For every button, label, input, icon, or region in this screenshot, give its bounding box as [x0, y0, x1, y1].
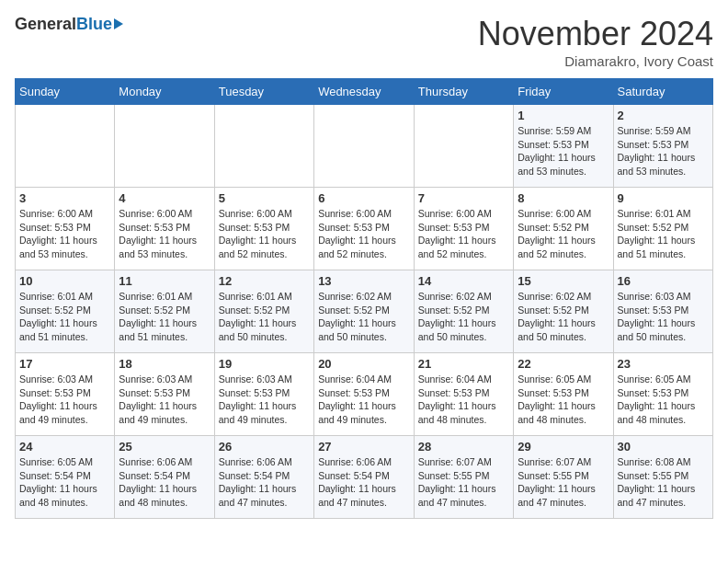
day-info: Sunrise: 6:06 AM Sunset: 5:54 PM Dayligh…: [219, 455, 310, 510]
day-number: 15: [518, 274, 609, 288]
day-info: Sunrise: 6:00 AM Sunset: 5:53 PM Dayligh…: [219, 207, 310, 261]
day-info: Sunrise: 6:03 AM Sunset: 5:53 PM Dayligh…: [119, 373, 210, 427]
day-info: Sunrise: 6:04 AM Sunset: 5:53 PM Dayligh…: [418, 373, 509, 427]
logo: General Blue: [15, 15, 123, 34]
calendar-cell: 4Sunrise: 6:00 AM Sunset: 5:53 PM Daylig…: [115, 188, 214, 270]
calendar-cell: 30Sunrise: 6:08 AM Sunset: 5:55 PM Dayli…: [613, 436, 712, 519]
day-info: Sunrise: 6:02 AM Sunset: 5:52 PM Dayligh…: [418, 290, 509, 344]
calendar-cell: [214, 105, 313, 188]
day-info: Sunrise: 6:01 AM Sunset: 5:52 PM Dayligh…: [19, 290, 110, 344]
calendar-cell: 18Sunrise: 6:03 AM Sunset: 5:53 PM Dayli…: [115, 353, 214, 436]
day-info: Sunrise: 6:00 AM Sunset: 5:53 PM Dayligh…: [19, 207, 110, 261]
day-info: Sunrise: 6:06 AM Sunset: 5:54 PM Dayligh…: [119, 455, 210, 510]
logo-triangle-icon: [114, 18, 123, 29]
day-info: Sunrise: 6:00 AM Sunset: 5:53 PM Dayligh…: [119, 207, 210, 261]
day-number: 20: [318, 357, 410, 371]
calendar-cell: [16, 105, 115, 188]
day-info: Sunrise: 6:08 AM Sunset: 5:55 PM Dayligh…: [618, 455, 709, 510]
calendar-week-5: 24Sunrise: 6:05 AM Sunset: 5:54 PM Dayli…: [16, 436, 713, 519]
day-number: 6: [318, 191, 410, 205]
day-number: 3: [19, 191, 110, 205]
calendar-cell: 9Sunrise: 6:01 AM Sunset: 5:52 PM Daylig…: [613, 188, 712, 270]
calendar-cell: 25Sunrise: 6:06 AM Sunset: 5:54 PM Dayli…: [115, 436, 214, 519]
calendar-cell: 6Sunrise: 6:00 AM Sunset: 5:53 PM Daylig…: [314, 188, 415, 270]
day-info: Sunrise: 5:59 AM Sunset: 5:53 PM Dayligh…: [618, 124, 709, 178]
month-title: November 2024: [478, 15, 713, 53]
day-number: 4: [119, 191, 210, 205]
logo-blue: Blue: [76, 15, 112, 34]
calendar-cell: 17Sunrise: 6:03 AM Sunset: 5:53 PM Dayli…: [16, 353, 115, 436]
day-info: Sunrise: 6:00 AM Sunset: 5:52 PM Dayligh…: [518, 207, 609, 261]
calendar-cell: 1Sunrise: 5:59 AM Sunset: 5:53 PM Daylig…: [514, 105, 613, 188]
day-number: 17: [19, 357, 110, 371]
day-number: 12: [219, 274, 310, 288]
day-info: Sunrise: 6:05 AM Sunset: 5:54 PM Dayligh…: [19, 455, 110, 510]
day-info: Sunrise: 6:00 AM Sunset: 5:53 PM Dayligh…: [418, 207, 509, 261]
calendar-cell: 23Sunrise: 6:05 AM Sunset: 5:53 PM Dayli…: [613, 353, 712, 436]
calendar-cell: [414, 105, 513, 188]
day-info: Sunrise: 6:05 AM Sunset: 5:53 PM Dayligh…: [518, 373, 609, 427]
weekday-header-thursday: Thursday: [414, 79, 513, 105]
day-info: Sunrise: 6:02 AM Sunset: 5:52 PM Dayligh…: [518, 290, 609, 344]
day-info: Sunrise: 6:07 AM Sunset: 5:55 PM Dayligh…: [418, 455, 509, 510]
calendar-cell: 15Sunrise: 6:02 AM Sunset: 5:52 PM Dayli…: [514, 270, 613, 353]
weekday-header-saturday: Saturday: [613, 79, 712, 105]
calendar-cell: 28Sunrise: 6:07 AM Sunset: 5:55 PM Dayli…: [414, 436, 513, 519]
day-number: 14: [418, 274, 509, 288]
calendar-cell: 13Sunrise: 6:02 AM Sunset: 5:52 PM Dayli…: [314, 270, 415, 353]
page-header: General Blue November 2024 Diamarakro, I…: [15, 15, 713, 69]
day-number: 16: [618, 274, 709, 288]
day-info: Sunrise: 5:59 AM Sunset: 5:53 PM Dayligh…: [518, 124, 609, 178]
calendar-cell: 29Sunrise: 6:07 AM Sunset: 5:55 PM Dayli…: [514, 436, 613, 519]
calendar-cell: 21Sunrise: 6:04 AM Sunset: 5:53 PM Dayli…: [414, 353, 513, 436]
day-info: Sunrise: 6:01 AM Sunset: 5:52 PM Dayligh…: [219, 290, 310, 344]
day-number: 29: [518, 440, 609, 454]
calendar-cell: 24Sunrise: 6:05 AM Sunset: 5:54 PM Dayli…: [16, 436, 115, 519]
day-info: Sunrise: 6:01 AM Sunset: 5:52 PM Dayligh…: [119, 290, 210, 344]
day-info: Sunrise: 6:06 AM Sunset: 5:54 PM Dayligh…: [318, 455, 410, 510]
calendar-cell: 26Sunrise: 6:06 AM Sunset: 5:54 PM Dayli…: [214, 436, 313, 519]
day-number: 18: [119, 357, 210, 371]
day-info: Sunrise: 6:01 AM Sunset: 5:52 PM Dayligh…: [618, 207, 709, 261]
calendar-cell: 5Sunrise: 6:00 AM Sunset: 5:53 PM Daylig…: [214, 188, 313, 270]
calendar-cell: [314, 105, 415, 188]
day-info: Sunrise: 6:00 AM Sunset: 5:53 PM Dayligh…: [318, 207, 410, 261]
day-number: 9: [618, 191, 709, 205]
day-number: 5: [219, 191, 310, 205]
day-number: 21: [418, 357, 509, 371]
day-number: 28: [418, 440, 509, 454]
calendar-week-2: 3Sunrise: 6:00 AM Sunset: 5:53 PM Daylig…: [16, 188, 713, 270]
weekday-header-tuesday: Tuesday: [214, 79, 313, 105]
day-info: Sunrise: 6:05 AM Sunset: 5:53 PM Dayligh…: [618, 373, 709, 427]
calendar-cell: 11Sunrise: 6:01 AM Sunset: 5:52 PM Dayli…: [115, 270, 214, 353]
calendar-cell: 16Sunrise: 6:03 AM Sunset: 5:53 PM Dayli…: [613, 270, 712, 353]
day-number: 27: [318, 440, 410, 454]
day-number: 1: [518, 109, 609, 122]
weekday-header-monday: Monday: [115, 79, 214, 105]
calendar-cell: 10Sunrise: 6:01 AM Sunset: 5:52 PM Dayli…: [16, 270, 115, 353]
calendar-cell: 8Sunrise: 6:00 AM Sunset: 5:52 PM Daylig…: [514, 188, 613, 270]
calendar-cell: 19Sunrise: 6:03 AM Sunset: 5:53 PM Dayli…: [214, 353, 313, 436]
day-number: 25: [119, 440, 210, 454]
day-info: Sunrise: 6:03 AM Sunset: 5:53 PM Dayligh…: [618, 290, 709, 344]
day-number: 8: [518, 191, 609, 205]
day-info: Sunrise: 6:07 AM Sunset: 5:55 PM Dayligh…: [518, 455, 609, 510]
day-number: 10: [19, 274, 110, 288]
calendar-cell: 3Sunrise: 6:00 AM Sunset: 5:53 PM Daylig…: [16, 188, 115, 270]
day-info: Sunrise: 6:03 AM Sunset: 5:53 PM Dayligh…: [19, 373, 110, 427]
logo-general: General: [15, 15, 76, 34]
calendar-table: SundayMondayTuesdayWednesdayThursdayFrid…: [15, 78, 713, 519]
day-number: 30: [618, 440, 709, 454]
weekday-header-friday: Friday: [514, 79, 613, 105]
day-number: 13: [318, 274, 410, 288]
day-number: 23: [618, 357, 709, 371]
day-number: 24: [19, 440, 110, 454]
calendar-cell: 22Sunrise: 6:05 AM Sunset: 5:53 PM Dayli…: [514, 353, 613, 436]
location: Diamarakro, Ivory Coast: [478, 53, 713, 69]
calendar-cell: 2Sunrise: 5:59 AM Sunset: 5:53 PM Daylig…: [613, 105, 712, 188]
calendar-cell: 12Sunrise: 6:01 AM Sunset: 5:52 PM Dayli…: [214, 270, 313, 353]
calendar-week-1: 1Sunrise: 5:59 AM Sunset: 5:53 PM Daylig…: [16, 105, 713, 188]
calendar-week-4: 17Sunrise: 6:03 AM Sunset: 5:53 PM Dayli…: [16, 353, 713, 436]
calendar-week-3: 10Sunrise: 6:01 AM Sunset: 5:52 PM Dayli…: [16, 270, 713, 353]
day-info: Sunrise: 6:03 AM Sunset: 5:53 PM Dayligh…: [219, 373, 310, 427]
